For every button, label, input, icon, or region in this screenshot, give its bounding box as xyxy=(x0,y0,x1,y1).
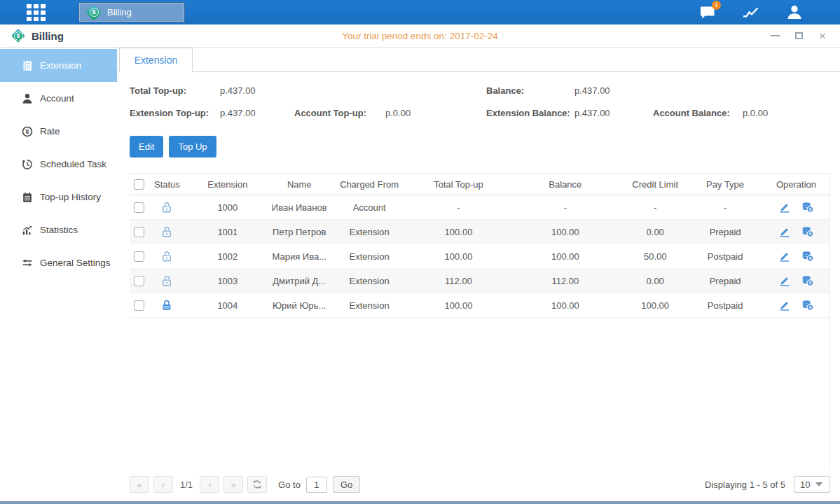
chat-icon[interactable]: ! xyxy=(698,4,717,22)
goto-label: Go to xyxy=(278,479,301,490)
sidebar-item-statistics[interactable]: Statistics xyxy=(0,214,117,246)
svg-text:$: $ xyxy=(809,304,812,309)
sidebar-item-label: Extension xyxy=(40,60,81,71)
refresh-icon[interactable] xyxy=(247,476,267,493)
row-checkbox[interactable] xyxy=(134,276,144,286)
next-page-button[interactable]: › xyxy=(200,476,219,493)
select-all-checkbox[interactable] xyxy=(134,179,144,190)
edit-pencil-icon[interactable] xyxy=(778,299,791,312)
row-checkbox[interactable] xyxy=(134,300,144,311)
cell-pay-type: Postpaid xyxy=(687,300,763,311)
cell-credit-limit: 0.00 xyxy=(623,227,687,237)
topbar-tab-label: Billing xyxy=(107,7,132,18)
resource-monitor-icon[interactable] xyxy=(741,4,760,22)
cell-charged-from: Extension xyxy=(329,251,410,262)
svg-text:$: $ xyxy=(809,280,812,285)
account-person-icon xyxy=(21,92,34,105)
user-icon[interactable] xyxy=(785,4,804,22)
svg-text:$: $ xyxy=(809,255,812,260)
go-button[interactable]: Go xyxy=(333,476,360,493)
topup-history-notepad-icon xyxy=(21,191,34,204)
col-total-topup: Total Top-up xyxy=(410,179,508,190)
goto-page-input[interactable] xyxy=(306,477,327,493)
last-page-button[interactable]: » xyxy=(223,476,243,493)
row-checkbox[interactable] xyxy=(134,227,144,237)
edit-pencil-icon[interactable] xyxy=(778,250,791,262)
cell-total-topup: 100.00 xyxy=(410,251,508,262)
page-size-value: 10 xyxy=(800,479,810,490)
window-title: Billing xyxy=(32,30,64,42)
top-app-bar: $ Billing ! xyxy=(0,0,840,24)
sidebar-item-extension[interactable]: Extension xyxy=(0,49,117,82)
svg-text:$: $ xyxy=(809,231,812,236)
top-up-button[interactable]: Top Up xyxy=(169,136,216,158)
cell-credit-limit: 0.00 xyxy=(623,276,687,286)
tab-extension[interactable]: Extension xyxy=(119,48,193,72)
col-status: Status xyxy=(149,179,186,190)
topup-coins-icon[interactable]: $ xyxy=(801,250,814,262)
cell-total-topup: 112.00 xyxy=(410,276,508,286)
cell-pay-type: Prepaid xyxy=(687,276,763,286)
cell-pay-type: - xyxy=(687,202,763,213)
status-unlocked-icon[interactable] xyxy=(160,225,173,238)
page-size-select[interactable]: 10 xyxy=(794,476,830,493)
cell-charged-from: Extension xyxy=(329,227,410,237)
cell-total-topup: 100.00 xyxy=(410,300,508,311)
extension-topup-label: Extension Top-up: xyxy=(130,108,209,118)
sidebar-item-general-settings[interactable]: General Settings xyxy=(0,246,117,279)
row-checkbox[interactable] xyxy=(134,202,144,213)
tab-strip: Extension xyxy=(117,48,840,72)
window-title-bar: $ Billing Your trial period ends on: 201… xyxy=(0,24,840,48)
sidebar-item-topup-history[interactable]: Top-up History xyxy=(0,181,117,214)
topbar-tab-billing[interactable]: $ Billing xyxy=(78,2,185,22)
sidebar-item-account[interactable]: Account xyxy=(0,82,117,115)
account-balance-value: p.0.00 xyxy=(743,108,768,118)
status-unlocked-icon[interactable] xyxy=(160,274,173,287)
cell-name: Мария Ива... xyxy=(270,251,329,262)
cell-balance: 100.00 xyxy=(507,251,623,262)
apps-grid-icon[interactable] xyxy=(27,4,48,21)
table-row: 1000 Иван Иванов Account - - - - $ xyxy=(130,195,829,220)
cell-name: Юрий Юрь... xyxy=(270,300,329,311)
account-balance-label: Account Balance: xyxy=(653,108,730,118)
displaying-count: Displaying 1 - 5 of 5 xyxy=(705,479,785,490)
status-locked-icon[interactable] xyxy=(160,299,173,312)
extension-balance-label: Extension Balance: xyxy=(486,108,570,118)
rate-dollar-icon: $ xyxy=(21,125,34,138)
close-icon[interactable]: × xyxy=(816,29,829,42)
topup-coins-icon[interactable]: $ xyxy=(801,299,814,312)
sidebar-item-rate[interactable]: $ Rate xyxy=(0,115,117,148)
cell-name: Дмитрий Д... xyxy=(270,276,329,286)
prev-page-button[interactable]: ‹ xyxy=(153,476,173,493)
status-unlocked-icon[interactable] xyxy=(160,250,173,262)
sidebar-item-label: Scheduled Task xyxy=(40,159,106,169)
topup-coins-icon[interactable]: $ xyxy=(801,201,814,214)
cell-pay-type: Postpaid xyxy=(687,251,763,262)
col-charged-from: Charged From xyxy=(329,179,410,190)
sidebar-item-scheduled-task[interactable]: Scheduled Task xyxy=(0,148,117,181)
row-checkbox[interactable] xyxy=(134,251,144,262)
status-unlocked-icon[interactable] xyxy=(160,201,173,214)
sidebar-item-label: Rate xyxy=(40,126,60,136)
minimize-icon[interactable] xyxy=(769,29,781,42)
cell-charged-from: Extension xyxy=(329,276,410,286)
cell-credit-limit: - xyxy=(623,202,687,213)
maximize-icon[interactable] xyxy=(792,29,805,42)
account-topup-value: p.0.00 xyxy=(385,108,411,118)
edit-button[interactable]: Edit xyxy=(130,136,163,158)
cell-credit-limit: 100.00 xyxy=(623,300,687,311)
edit-pencil-icon[interactable] xyxy=(778,274,791,287)
billing-app-window: $ Billing ! $ Billing Your trial period … xyxy=(0,0,840,504)
edit-pencil-icon[interactable] xyxy=(778,225,791,238)
cell-extension: 1001 xyxy=(186,227,270,237)
cell-extension: 1004 xyxy=(186,300,270,311)
edit-pencil-icon[interactable] xyxy=(778,201,791,214)
billing-diamond-icon: $ xyxy=(85,4,103,22)
cell-extension: 1002 xyxy=(186,251,270,262)
first-page-button[interactable]: « xyxy=(130,476,149,493)
col-extension: Extension xyxy=(186,179,270,190)
page-indicator: 1/1 xyxy=(180,479,193,490)
topup-coins-icon[interactable]: $ xyxy=(801,274,814,287)
cell-name: Петр Петров xyxy=(270,227,329,237)
topup-coins-icon[interactable]: $ xyxy=(801,225,814,238)
